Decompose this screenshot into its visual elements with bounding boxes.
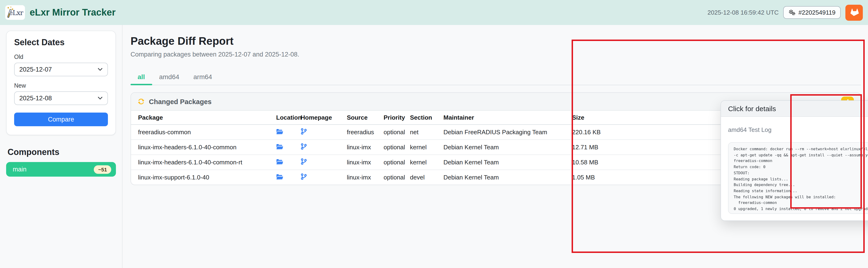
card-title: Changed Packages xyxy=(149,98,212,105)
location-link[interactable] xyxy=(276,143,283,149)
tab-arm64[interactable]: arm64 xyxy=(186,70,219,85)
new-date-label: New xyxy=(14,82,108,89)
sidebar: Select Dates Old 2025-12-07 New 2025-12-… xyxy=(0,25,123,268)
select-dates-heading: Select Dates xyxy=(14,38,108,47)
homepage-link[interactable] xyxy=(301,143,307,150)
old-date-value: 2025-12-07 xyxy=(19,66,52,73)
package-name: linux-imx-headers-6.1.0-40-common-rt xyxy=(131,155,272,170)
chevron-down-icon xyxy=(97,68,103,71)
git-branch-icon xyxy=(301,173,307,180)
source-cell: linux-imx xyxy=(342,155,379,170)
pipeline-button[interactable]: #2202549119 xyxy=(783,6,841,19)
app-root: eLxr eLxr Mirror Tracker 2025-12-08 16:5… xyxy=(0,0,868,268)
popup-title: Click for details xyxy=(721,101,868,117)
gears-icon xyxy=(788,9,796,15)
app-title: eLxr Mirror Tracker xyxy=(30,7,116,18)
tab-amd64[interactable]: amd64 xyxy=(152,70,186,85)
folder-open-icon xyxy=(276,159,283,165)
priority-cell: optional xyxy=(379,170,405,185)
sidebar-item-main-component[interactable]: main ~51 xyxy=(6,162,116,177)
old-date-select[interactable]: 2025-12-07 xyxy=(14,63,108,76)
gitlab-button[interactable] xyxy=(845,4,863,21)
source-cell: linux-imx xyxy=(342,170,379,185)
folder-open-icon xyxy=(276,143,283,149)
source-cell: freeradius xyxy=(342,125,379,140)
component-label: main xyxy=(13,166,27,173)
col-maintainer: Maintainer xyxy=(439,111,567,125)
folder-open-icon xyxy=(276,128,283,134)
maintainer-cell: Debian Kernel Team xyxy=(439,155,567,170)
git-branch-icon xyxy=(301,158,307,165)
components-heading: Components xyxy=(6,147,116,157)
new-date-value: 2025-12-08 xyxy=(19,95,52,102)
main-content: Package Diff Report Comparing packages b… xyxy=(123,25,868,268)
old-date-label: Old xyxy=(14,54,108,60)
location-link[interactable] xyxy=(276,159,283,165)
package-name: linux-imx-headers-6.1.0-40-common xyxy=(131,140,272,155)
component-count-badge: ~51 xyxy=(94,165,111,174)
col-homepage: Homepage xyxy=(296,111,342,125)
compare-button[interactable]: Compare xyxy=(14,112,108,126)
homepage-link[interactable] xyxy=(301,128,307,135)
log-text[interactable]: Docker command: docker run --rm --networ… xyxy=(728,142,868,214)
homepage-link[interactable] xyxy=(301,173,307,180)
select-dates-panel: Select Dates Old 2025-12-07 New 2025-12-… xyxy=(6,31,116,135)
details-popup: Click for details amd64 Test Log Docker … xyxy=(720,100,868,221)
priority-cell: optional xyxy=(379,155,405,170)
maintainer-cell: Debian FreeRADIUS Packaging Team xyxy=(439,125,567,140)
col-priority: Priority xyxy=(379,111,405,125)
col-source: Source xyxy=(342,111,379,125)
maintainer-cell: Debian Kernel Team xyxy=(439,170,567,185)
location-link[interactable] xyxy=(276,174,283,180)
homepage-link[interactable] xyxy=(301,158,307,165)
col-location: Location xyxy=(272,111,296,125)
arch-tabs: all amd64 arm64 xyxy=(130,70,861,85)
col-section: Section xyxy=(405,111,439,125)
section-cell: net xyxy=(405,125,439,140)
git-branch-icon xyxy=(301,143,307,150)
section-cell: kernel xyxy=(405,155,439,170)
priority-cell: optional xyxy=(379,140,405,155)
page-subtitle: Comparing packages between 2025-12-07 an… xyxy=(130,51,861,58)
section-cell: kernel xyxy=(405,140,439,155)
gitlab-tanuki-icon xyxy=(849,8,859,17)
timestamp: 2025-12-08 16:59:42 UTC xyxy=(708,9,779,16)
section-cell: devel xyxy=(405,170,439,185)
pipeline-id: #2202549119 xyxy=(799,9,836,16)
log-label: amd64 Test Log xyxy=(728,126,772,133)
location-link[interactable] xyxy=(276,128,283,134)
source-cell: linux-imx xyxy=(342,140,379,155)
app-logo: eLxr xyxy=(5,5,25,20)
page-title: Package Diff Report xyxy=(130,35,861,47)
new-date-select[interactable]: 2025-12-08 xyxy=(14,91,108,105)
priority-cell: optional xyxy=(379,125,405,140)
git-branch-icon xyxy=(301,128,307,135)
refresh-icon xyxy=(137,98,145,105)
package-name: freeradius-common xyxy=(131,125,272,140)
maintainer-cell: Debian Kernel Team xyxy=(439,140,567,155)
app-header: eLxr eLxr Mirror Tracker 2025-12-08 16:5… xyxy=(0,0,868,25)
tab-all[interactable]: all xyxy=(130,70,152,85)
col-package: Package xyxy=(131,111,272,125)
package-name: linux-imx-support-6.1.0-40 xyxy=(131,170,272,185)
folder-open-icon xyxy=(276,174,283,180)
chevron-down-icon xyxy=(97,97,103,100)
